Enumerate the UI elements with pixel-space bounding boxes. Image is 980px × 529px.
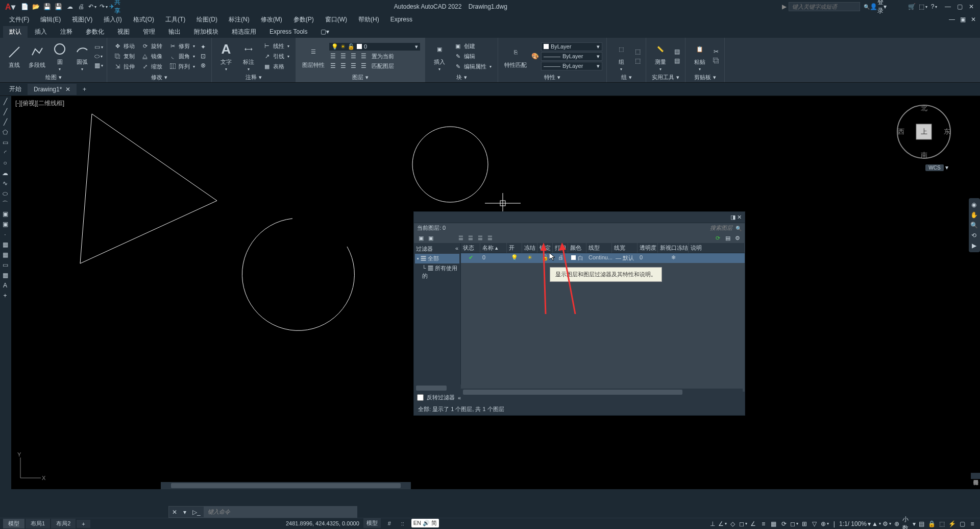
measure-button[interactable]: 📏测量▾ xyxy=(650,40,671,73)
layer-tool-icon[interactable]: ☰ xyxy=(349,62,357,70)
filter-all[interactable]: ▪ ☰ 全部 xyxy=(415,254,459,263)
grid-scrollbar[interactable] xyxy=(461,389,743,396)
stretch-button[interactable]: ⇲拉伸 xyxy=(111,62,137,71)
menu-draw[interactable]: 绘图(D) xyxy=(191,14,223,25)
col-trans[interactable]: 透明度 xyxy=(638,243,658,253)
menu-format[interactable]: 格式(O) xyxy=(128,14,159,25)
panel-close-icon[interactable]: ✕ xyxy=(737,214,742,220)
orbit-icon[interactable]: ⟲ xyxy=(969,231,979,240)
clean-icon[interactable]: ▢ xyxy=(958,520,967,528)
shop-icon[interactable]: 🛒 xyxy=(907,2,916,11)
tab-parametric[interactable]: 参数化 xyxy=(80,26,110,38)
menu-view[interactable]: 视图(V) xyxy=(67,14,97,25)
text-button[interactable]: A文字▾ xyxy=(216,40,236,73)
tree-scrollbar[interactable] xyxy=(414,384,461,392)
iso-icon[interactable]: ◇ xyxy=(728,520,738,528)
command-line[interactable]: ✕ ▾ ▷_ 键入命令 xyxy=(168,506,357,518)
tab-featured[interactable]: 精选应用 xyxy=(226,26,262,38)
menu-tools[interactable]: 工具(T) xyxy=(160,14,190,25)
tab-manage[interactable]: 管理 xyxy=(137,26,161,38)
fillet-button[interactable]: ◟圆角 xyxy=(166,52,197,61)
appstore-icon[interactable]: ⬚ xyxy=(918,2,927,11)
hatch-icon[interactable]: ▦ xyxy=(94,61,103,69)
util-icon[interactable]: ▤ xyxy=(673,57,681,65)
maximize-icon[interactable]: ▢ xyxy=(957,3,963,10)
group-button[interactable]: ⬚组▾ xyxy=(611,40,631,73)
share-icon[interactable]: ✈ 共享 xyxy=(110,2,119,11)
tab-box-icon[interactable]: ▢▾ xyxy=(314,27,335,37)
array-button[interactable]: ⿲阵列 xyxy=(166,62,197,71)
pan-icon[interactable]: ✋ xyxy=(969,210,979,220)
paste-button[interactable]: 📋粘贴▾ xyxy=(690,40,710,73)
new-tab-button[interactable]: + xyxy=(77,84,92,95)
new-group-icon[interactable]: ▣ xyxy=(427,234,435,242)
mirror-button[interactable]: ⧋镜像 xyxy=(139,52,164,61)
lockui-icon[interactable]: 🔒 xyxy=(927,520,936,528)
layer-props-button[interactable]: ☰图层特性 xyxy=(300,43,327,70)
new-layer-icon[interactable]: ☰ xyxy=(457,234,465,242)
layer-tool-icon[interactable]: ☰ xyxy=(349,52,357,60)
cmd-history-icon[interactable]: ▾ xyxy=(180,509,189,516)
copy-button[interactable]: ⿻复制 xyxy=(111,52,137,61)
scale-button[interactable]: ⤢缩放 xyxy=(139,62,164,71)
model-space-button[interactable]: 模型 xyxy=(363,518,381,528)
layout-tab-1[interactable]: 布局1 xyxy=(26,519,50,528)
otrack-icon[interactable]: ∠ xyxy=(749,520,758,528)
cut-icon[interactable]: ✂ xyxy=(712,47,720,56)
sun-icon[interactable]: ☀ xyxy=(527,254,532,260)
qp-icon[interactable]: ▤ xyxy=(917,520,926,528)
layer-tool-icon[interactable]: ☰ xyxy=(339,52,347,60)
doc-close-icon[interactable]: ✕ xyxy=(971,16,976,23)
layer-tool-icon[interactable]: ☰ xyxy=(329,52,337,60)
new-icon[interactable]: 📄 xyxy=(20,2,30,11)
drawing-canvas[interactable]: [-][俯视][二维线框] ╱ ╱ ╱ ⬠ ▭ ◜ ○ ☁ ∿ ⬭ ⌒ ▣ ▣ … xyxy=(0,96,980,489)
open-icon[interactable]: 📂 xyxy=(32,2,41,11)
set-current-button[interactable]: 置为当前 xyxy=(370,52,396,61)
invert-filter-checkbox[interactable] xyxy=(417,394,424,401)
doc-tab-drawing1[interactable]: Drawing1* ✕ xyxy=(28,84,77,95)
lweight-combo[interactable]: ———ByLayer▾ xyxy=(541,52,602,61)
arc-button[interactable]: 圆弧▾ xyxy=(72,40,92,73)
group-edit-icon[interactable]: ⬚ xyxy=(633,57,642,65)
col-desc[interactable]: 说明 xyxy=(689,243,745,253)
table-button[interactable]: ▦表格 xyxy=(261,62,291,71)
snap-icon[interactable]: :: xyxy=(398,519,407,527)
set-current-icon[interactable]: ☰ xyxy=(486,234,494,242)
dyn-ucs-icon[interactable]: ⊞ xyxy=(800,520,809,528)
showmot-icon[interactable]: ▶ xyxy=(969,241,979,250)
util-icon[interactable]: ▤ xyxy=(673,47,681,56)
match-props-button[interactable]: ⎘特性匹配 xyxy=(502,43,529,70)
help-icon[interactable]: ? xyxy=(929,2,939,11)
ltype-combo[interactable]: ———ByLayer▾ xyxy=(541,62,602,70)
scale-label[interactable]: 1:1/ 100% xyxy=(839,520,867,527)
insert-block-button[interactable]: ▣插入▾ xyxy=(429,40,450,73)
layer-manager-vtab[interactable]: 图层特性管理器 xyxy=(971,473,980,479)
annomon-icon[interactable]: ⊕ xyxy=(892,520,901,528)
ws-icon[interactable]: ⚙ xyxy=(882,520,891,528)
close-tab-icon[interactable]: ✕ xyxy=(65,86,70,93)
panel-config-icon[interactable]: ◨ xyxy=(730,214,736,220)
menu-edit[interactable]: 编辑(E) xyxy=(35,14,66,25)
grid-icon[interactable]: # xyxy=(385,519,394,527)
iso-draft-icon[interactable]: ⬚ xyxy=(937,520,946,528)
settings-icon[interactable]: ⚙ xyxy=(733,234,742,242)
doc-tab-start[interactable]: 开始 xyxy=(3,83,28,95)
ellipse-icon[interactable]: ⬭ xyxy=(94,52,103,60)
layer-tool-icon[interactable]: ☰ xyxy=(359,52,368,60)
linear-button[interactable]: ⊢线性 xyxy=(261,41,291,51)
menu-help[interactable]: 帮助(H) xyxy=(353,14,384,25)
layout-tab-2[interactable]: 布局2 xyxy=(51,519,76,528)
cloud-icon[interactable]: ☁ xyxy=(65,2,75,11)
tab-output[interactable]: 输出 xyxy=(162,26,187,38)
bulb-icon[interactable]: 💡 xyxy=(511,254,518,260)
circle-button[interactable]: 圆▾ xyxy=(50,40,70,73)
tab-default[interactable]: 默认 xyxy=(3,26,28,38)
ortho-icon[interactable]: ⊥ xyxy=(708,520,717,528)
osnap-icon[interactable]: ◻ xyxy=(739,520,748,528)
close-cmd-icon[interactable]: ✕ xyxy=(169,509,180,516)
saveas-icon[interactable]: 💾 xyxy=(54,2,63,11)
zoom-icon[interactable]: 🔍 xyxy=(969,221,979,230)
menu-file[interactable]: 文件(F) xyxy=(4,14,34,25)
wcs-label[interactable]: WCS xyxy=(925,164,943,171)
refresh-icon[interactable]: ⟳ xyxy=(714,234,722,242)
